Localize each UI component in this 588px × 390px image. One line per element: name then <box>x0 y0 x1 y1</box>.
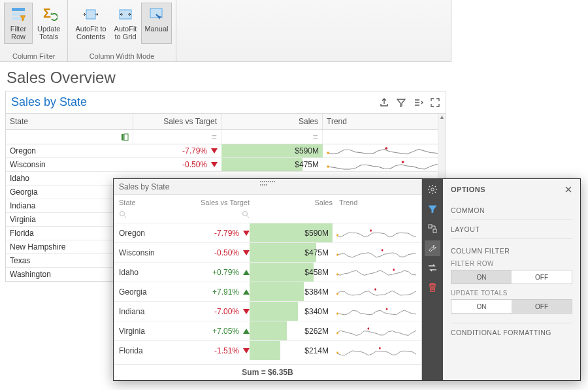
filter-sales[interactable]: = <box>221 130 323 144</box>
svg-point-10 <box>385 147 387 150</box>
filter-icon[interactable] <box>396 97 406 108</box>
autofit-grid-button[interactable]: AutoFitto Grid <box>111 3 140 44</box>
cell-sales: $340M <box>250 302 333 321</box>
cell-svt: +0.79% <box>181 263 250 282</box>
section-column-filter: COLUMN FILTER <box>451 247 572 255</box>
section-conditional[interactable]: CONDITIONAL FORMATTING <box>451 323 572 342</box>
cell-svt: -7.79% <box>181 223 250 242</box>
col-header-trend[interactable]: Trend <box>323 114 446 129</box>
table-row[interactable]: Wisconsin-0.50%$475M <box>114 242 421 262</box>
svg-point-23 <box>336 312 338 315</box>
toggle-filter-row[interactable]: ON OFF <box>451 270 572 284</box>
filter-state[interactable] <box>6 130 133 144</box>
section-layout[interactable]: LAYOUT <box>451 220 572 239</box>
table-row[interactable]: Oregon-7.79%$590M <box>6 144 446 158</box>
table-row[interactable]: Virginia+7.05%$262M <box>114 321 421 340</box>
cell-svt: +7.05% <box>181 321 250 340</box>
designer-title: Sales by State <box>119 182 169 191</box>
svg-point-14 <box>243 212 248 216</box>
col-header-state[interactable]: State <box>6 114 133 129</box>
gear-icon[interactable] <box>425 182 440 197</box>
update-totals-button[interactable]: ΣUpdateTotals <box>34 3 63 44</box>
cell-trend <box>333 282 416 301</box>
cell-trend <box>333 341 416 360</box>
scroll-up-icon[interactable]: ▲ <box>438 114 446 122</box>
equals-icon: = <box>313 132 318 142</box>
interactivity-icon[interactable] <box>425 221 440 236</box>
ribbon: FilterRowΣUpdateTotalsColumn FilterAutoF… <box>0 0 451 62</box>
svg-point-12 <box>402 161 404 163</box>
table-row[interactable]: Idaho+0.79%$458M <box>114 262 421 282</box>
filter-row-icon <box>10 6 27 23</box>
svg-rect-0 <box>12 8 25 11</box>
autofit-contents-button[interactable]: AutoFit toContents <box>72 3 109 44</box>
cell-trend <box>333 263 416 282</box>
table-row[interactable]: Indiana-7.00%$340M <box>114 301 421 321</box>
designer-titlebar[interactable]: Sales by State <box>114 179 421 195</box>
filter-row-button[interactable]: FilterRow <box>4 3 33 44</box>
drag-grip-icon[interactable] <box>260 181 276 186</box>
svg-rect-8 <box>124 134 128 140</box>
d-filter-state[interactable] <box>119 210 181 220</box>
svg-point-27 <box>336 351 338 354</box>
search-icon <box>242 210 250 218</box>
d-filter-svt[interactable] <box>181 210 250 220</box>
filter-indicator-icon <box>121 133 129 141</box>
delete-icon[interactable] <box>425 280 440 295</box>
svg-point-15 <box>336 234 338 236</box>
d-col-svt[interactable]: Sales vs Target <box>181 199 250 206</box>
col-header-svt[interactable]: Sales vs Target <box>133 114 221 129</box>
label-update-totals: UPDATE TOTALS <box>451 289 572 297</box>
toggle-filter-row-off[interactable]: OFF <box>512 270 572 284</box>
filter-svt[interactable]: = <box>133 130 221 144</box>
cell-svt: -0.50% <box>181 243 250 262</box>
cell-trend <box>323 158 446 171</box>
table-row[interactable]: Oregon-7.79%$590M <box>114 223 421 242</box>
export-icon[interactable] <box>379 97 389 108</box>
toggle-update-totals[interactable]: ON OFF <box>451 299 572 314</box>
toggle-update-totals-on[interactable]: ON <box>451 300 512 313</box>
svg-rect-6 <box>150 8 162 18</box>
wrench-icon[interactable] <box>425 240 440 256</box>
cell-sales: $458M <box>250 263 333 282</box>
svg-point-11 <box>327 165 329 168</box>
d-col-sales[interactable]: Sales <box>250 199 333 206</box>
table-row[interactable]: Georgia+7.91%$384M <box>114 282 421 301</box>
triangle-down-icon <box>243 231 250 236</box>
widget-title: Sales by State <box>11 95 87 109</box>
manual-width-button[interactable]: Manual <box>141 3 171 44</box>
d-col-state[interactable]: State <box>119 199 181 206</box>
convert-icon[interactable] <box>425 260 440 276</box>
filter-trend[interactable] <box>323 130 446 144</box>
cell-sales: $475M <box>250 243 333 262</box>
cell-state: Wisconsin <box>119 243 181 262</box>
cell-state: Virginia <box>119 321 181 340</box>
cell-sales: $590M <box>221 144 323 157</box>
autofit-contents-icon <box>82 6 99 23</box>
table-row[interactable]: Wisconsin-0.50%$475M <box>6 158 446 172</box>
cell-svt: +7.91% <box>181 282 250 301</box>
drilldown-icon[interactable] <box>413 97 423 108</box>
d-col-trend[interactable]: Trend <box>333 199 416 206</box>
options-title: OPTIONS <box>451 186 485 193</box>
cell-sales: $384M <box>250 282 333 301</box>
svg-point-13 <box>120 212 125 216</box>
maximize-icon[interactable] <box>430 97 440 108</box>
toggle-filter-row-on[interactable]: ON <box>451 270 512 284</box>
cell-svt: -0.50% <box>133 158 221 171</box>
toggle-update-totals-off[interactable]: OFF <box>512 300 572 313</box>
svg-rect-30 <box>429 225 432 228</box>
section-common[interactable]: COMMON <box>451 201 572 220</box>
label-filter-row: FILTER ROW <box>451 260 572 267</box>
svg-point-25 <box>336 332 338 334</box>
svg-point-18 <box>382 249 384 252</box>
cell-trend <box>333 243 416 262</box>
triangle-down-icon <box>243 348 250 353</box>
close-icon[interactable] <box>564 186 572 193</box>
ribbon-group-label: Column Filter <box>12 51 55 60</box>
cell-state: Oregon <box>119 223 181 242</box>
table-row[interactable]: Florida-1.51%$214M <box>114 340 421 360</box>
filter-icon[interactable] <box>425 201 440 217</box>
col-header-sales[interactable]: Sales <box>221 114 323 129</box>
footer-value: $6.35B <box>268 368 293 377</box>
